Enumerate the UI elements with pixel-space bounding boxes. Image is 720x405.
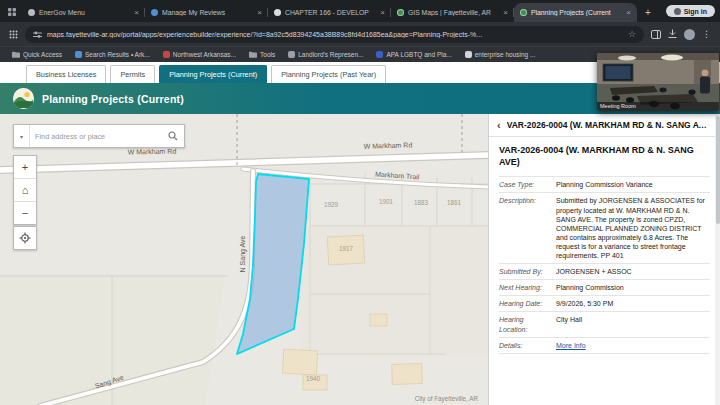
profile-avatar[interactable] <box>684 29 695 40</box>
zoom-controls: + ⌂ − <box>13 155 37 225</box>
field-value: Planning Commission Variance <box>556 177 710 193</box>
close-tab-icon[interactable]: × <box>134 9 139 17</box>
browser-tab-strip: EnerGov Menu × Manage My Reviews × CHAPT… <box>0 0 720 22</box>
tab-planning-projects-past-year[interactable]: Planning Projects (Past Year) <box>271 65 386 83</box>
bookmark-quick-access[interactable]: Quick Access <box>12 51 62 59</box>
browser-tab-manage-reviews[interactable]: Manage My Reviews × <box>145 3 268 22</box>
browser-tab-chapter-166[interactable]: CHAPTER 166 - DEVELOP × <box>268 3 391 22</box>
field-label: Details: <box>499 337 556 353</box>
url-text[interactable]: maps.fayetteville-ar.gov/portal/apps/exp… <box>47 31 623 38</box>
case-details-table: Case Type: Planning Commission Variance … <box>499 176 710 353</box>
map-canvas[interactable]: W Markham Rd W Markham Rd Markham Trail … <box>0 114 488 405</box>
profile-icon <box>674 8 681 15</box>
browser-tab-planning-projects[interactable]: Planning Projects (Current × <box>514 3 637 22</box>
tab-grid-icon[interactable] <box>5 5 19 19</box>
more-info-link[interactable]: More Info <box>556 342 586 349</box>
sign-in-label: Sign in <box>684 8 707 15</box>
tab-favicon <box>274 9 281 16</box>
details-panel: ‹ VAR-2026-0004 (W. MARKHAM RD & N. SANG… <box>488 114 720 405</box>
parcel-number: 1929 <box>324 201 339 208</box>
bookmark-label: Northwest Arkansas... <box>173 51 236 58</box>
table-row: Description: Submitted by JORGENSEN & AS… <box>499 193 710 264</box>
bookmark-star-icon[interactable]: ☆ <box>628 30 636 39</box>
video-call-overlay[interactable]: Meeting Room <box>597 53 719 111</box>
chair <box>612 95 620 101</box>
bookmark-label: Tools <box>260 51 275 58</box>
tab-favicon <box>28 9 35 16</box>
scrollbar[interactable] <box>715 114 720 405</box>
favicon <box>465 51 472 58</box>
tab-favicon <box>151 9 158 16</box>
bookmark-apa-lgbtq[interactable]: APA LGBTQ and Pla... <box>376 51 451 58</box>
apps-grid-icon[interactable] <box>9 30 18 39</box>
bookmark-label: enterprise housing ... <box>475 51 536 58</box>
person-body <box>700 77 710 94</box>
tab-title: CHAPTER 166 - DEVELOP <box>285 9 376 16</box>
bookmark-landlords[interactable]: Landlord's Represen... <box>288 51 363 58</box>
tab-business-licenses[interactable]: Business Licenses <box>26 65 106 83</box>
map-container[interactable]: W Markham Rd W Markham Rd Markham Trail … <box>0 114 488 405</box>
search-icon[interactable] <box>162 125 184 147</box>
zoom-out-button[interactable]: − <box>14 202 36 224</box>
browser-toolbar: maps.fayetteville-ar.gov/portal/apps/exp… <box>0 22 720 46</box>
locate-button[interactable] <box>13 226 37 250</box>
field-value: City Hall <box>556 312 710 337</box>
bookmark-tools[interactable]: Tools <box>249 51 275 59</box>
browser-tab-energov[interactable]: EnerGov Menu × <box>22 3 145 22</box>
street-label: W Markham Rd <box>364 141 413 149</box>
field-label: Submitted By: <box>499 264 556 280</box>
field-label: Case Type: <box>499 177 556 193</box>
menu-kebab-icon[interactable]: ⋮ <box>702 30 711 39</box>
zoom-in-button[interactable]: + <box>14 156 36 179</box>
search-input[interactable] <box>30 132 162 141</box>
bookmark-label: Search Results • Ark... <box>85 51 150 58</box>
parcel-number: 1861 <box>447 199 462 206</box>
field-value: JORGENSEN + ASSOC <box>556 264 710 280</box>
close-tab-icon[interactable]: × <box>380 9 385 17</box>
bookmark-northwest-arkansas[interactable]: Northwest Arkansas... <box>163 51 236 58</box>
scrollbar-thumb[interactable] <box>716 116 720 224</box>
fayetteville-logo <box>13 88 34 109</box>
side-panel-icon[interactable] <box>651 30 661 39</box>
case-title: VAR-2026-0004 (W. MARKHAM RD & N. SANG A… <box>499 145 710 168</box>
sign-in-button[interactable]: Sign in <box>666 5 715 17</box>
bookmark-enterprise-housing[interactable]: enterprise housing ... <box>465 51 536 58</box>
field-label: Next Hearing: <box>499 280 556 296</box>
table-row: Submitted By: JORGENSEN + ASSOC <box>499 264 710 280</box>
search-dropdown-icon[interactable]: ▾ <box>14 125 30 147</box>
street-label: W Markham Rd <box>128 148 177 156</box>
address-bar[interactable]: maps.fayetteville-ar.gov/portal/apps/exp… <box>25 26 644 43</box>
browser-tab-gis-maps[interactable]: GIS Maps | Fayetteville, AR × <box>391 3 514 22</box>
field-label: Description: <box>499 193 556 264</box>
close-tab-icon[interactable]: × <box>626 9 631 17</box>
table-row: Hearing Location: City Hall <box>499 312 710 337</box>
field-value: Submitted by JORGENSEN & ASSOCIATES for … <box>556 193 710 264</box>
favicon <box>163 51 170 58</box>
panel-header: ‹ VAR-2026-0004 (W. MARKHAM RD & N. SANG… <box>489 114 720 137</box>
panel-header-title: VAR-2026-0004 (W. MARKHAM RD & N. SANG A… <box>507 120 712 130</box>
map-search-box[interactable]: ▾ <box>13 124 185 148</box>
home-extent-button[interactable]: ⌂ <box>14 179 36 202</box>
field-value: Planning Commission <box>556 280 710 296</box>
new-tab-button[interactable]: + <box>641 5 655 19</box>
panel-body: VAR-2026-0004 (W. MARKHAM RD & N. SANG A… <box>489 137 720 354</box>
close-tab-icon[interactable]: × <box>503 9 508 17</box>
close-tab-icon[interactable]: × <box>257 9 262 17</box>
main-content: W Markham Rd W Markham Rd Markham Trail … <box>0 114 720 405</box>
tab-permits[interactable]: Permits <box>110 65 155 83</box>
street-label: N Sang Ave <box>239 235 247 272</box>
video-caption: Meeting Room <box>597 102 719 111</box>
tab-title: Planning Projects (Current <box>531 9 622 16</box>
table-row: Details: More Info <box>499 337 710 353</box>
bookmark-search-results[interactable]: Search Results • Ark... <box>75 51 150 58</box>
favicon <box>376 51 383 58</box>
field-value: More Info <box>556 337 710 353</box>
back-chevron-icon[interactable]: ‹ <box>497 120 501 131</box>
parcel-number: 1883 <box>414 199 429 206</box>
parcel-number: 1901 <box>379 198 394 205</box>
downloads-icon[interactable] <box>668 29 677 39</box>
tab-title: EnerGov Menu <box>39 9 130 16</box>
site-settings-icon[interactable] <box>33 30 42 39</box>
tab-planning-projects-current[interactable]: Planning Projects (Current) <box>159 65 267 83</box>
tab-favicon <box>397 9 404 16</box>
